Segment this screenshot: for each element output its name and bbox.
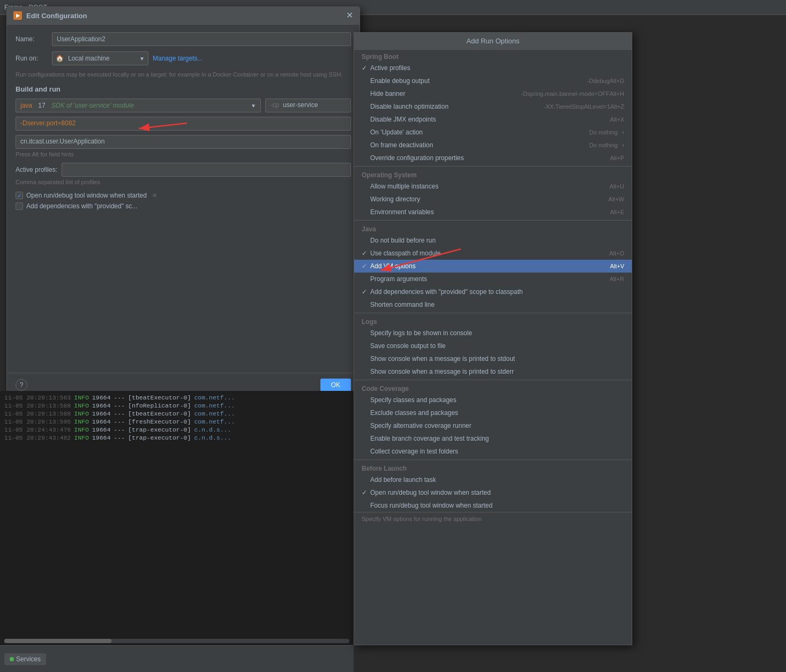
menu-item-on-update[interactable]: On 'Update' action Do nothing › xyxy=(354,126,632,139)
log-line-5: 11-05 20:24:43:476 INFO 19664 --- [trap-… xyxy=(4,426,349,433)
log-class-3: com.netf... xyxy=(194,410,235,417)
menu-item-allow-multiple[interactable]: Allow multiple instances Alt+U xyxy=(354,180,632,193)
divider-1 xyxy=(354,166,632,167)
menu-item-add-deps[interactable]: ✓ Add dependencies with "provided" scope… xyxy=(354,285,632,298)
menu-bottom-hint: Specify VM options for running the appli… xyxy=(354,512,632,525)
vm-options-input[interactable]: -Dserver.port=8082 xyxy=(16,117,351,131)
menu-item-open-run-debug[interactable]: ✓ Open run/debug tool window when starte… xyxy=(354,486,632,499)
run-icon: ▶ xyxy=(13,11,22,20)
collect-coverage-text: Collect coverage in test folders xyxy=(370,448,624,455)
services-tab[interactable]: Services xyxy=(4,653,46,665)
save-console-text: Save console output to file xyxy=(370,342,624,350)
branch-coverage-text: Enable branch coverage and test tracking xyxy=(370,435,624,442)
run-on-dropdown[interactable]: 🏠 Local machine ▼ xyxy=(52,51,148,65)
menu-item-hide-banner[interactable]: Hide banner -Dspring.main.banner-mode=OF… xyxy=(354,87,632,100)
disable-jmx-text: Disable JMX endpoints xyxy=(370,116,610,123)
use-classpath-text: Use classpath of module xyxy=(370,250,609,257)
log-thread-6: [trap-executor-0] xyxy=(128,434,191,441)
menu-item-working-dir[interactable]: Working directory Alt+W xyxy=(354,193,632,206)
menu-item-env-vars[interactable]: Environment variables Alt+E xyxy=(354,206,632,218)
edit-configuration-dialog: ▶ Edit Configuration ✕ Name: Run on: 🏠 L… xyxy=(6,6,360,397)
console-area: 11-05 20:20:13:563 INFO 19664 --- [tbeat… xyxy=(0,391,354,645)
main-class-input[interactable]: cn.itcast.user.UserApplication xyxy=(16,135,351,149)
specify-logs-text: Specify logs to be shown in console xyxy=(370,329,624,337)
log-line-2: 11-05 20:20:13:588 INFO 19664 --- [nfoRe… xyxy=(4,402,349,409)
exclude-classes-text: Exclude classes and packages xyxy=(370,409,624,417)
override-config-text: Override configuration properties xyxy=(370,154,610,162)
menu-item-shorten-cmd[interactable]: Shorten command line xyxy=(354,298,632,311)
log-time-1: 11-05 20:20:13:563 xyxy=(4,394,71,401)
code-coverage-section-label: Code Coverage xyxy=(354,382,632,394)
menu-item-save-console[interactable]: Save console output to file xyxy=(354,339,632,352)
log-thread-2: [nfoReplicator-0] xyxy=(128,402,191,409)
menu-item-disable-launch[interactable]: Disable launch optimization -XX:TieredSt… xyxy=(354,100,632,113)
log-sep-2: --- xyxy=(114,402,125,409)
log-thread-3: [tbeatExecutor-0] xyxy=(128,410,191,417)
log-time-2: 11-05 20:20:13:588 xyxy=(4,402,71,409)
program-args-shortcut: Alt+R xyxy=(610,276,624,282)
menu-item-focus-run-debug[interactable]: Focus run/debug tool window when started xyxy=(354,499,632,512)
log-time-6: 11-05 20:29:43:482 xyxy=(4,434,71,441)
menu-item-specify-classes[interactable]: Specify classes and packages xyxy=(354,394,632,406)
open-run-debug-text: Open run/debug tool window when started xyxy=(370,489,624,496)
menu-item-program-args[interactable]: Program arguments Alt+R xyxy=(354,273,632,285)
use-classpath-shortcut: Alt+O xyxy=(609,250,624,256)
build-run-row: java 17 SDK of 'user-service' module ▼ -… xyxy=(16,99,351,112)
focus-run-debug-text: Focus run/debug tool window when started xyxy=(370,502,624,509)
add-dependencies-checkbox[interactable] xyxy=(16,202,23,210)
console-scrollbar-thumb[interactable] xyxy=(4,639,111,643)
sdk-dropdown[interactable]: java 17 SDK of 'user-service' module ▼ xyxy=(16,99,261,112)
menu-item-show-stdout[interactable]: Show console when a message is printed t… xyxy=(354,352,632,365)
ok-button[interactable]: OK xyxy=(320,379,351,391)
active-profiles-label: Active profiles: xyxy=(16,166,57,173)
menu-item-exclude-classes[interactable]: Exclude classes and packages xyxy=(354,406,632,419)
java-section-label: Java xyxy=(354,222,632,234)
divider-4 xyxy=(354,380,632,380)
profiles-input[interactable] xyxy=(62,163,351,177)
no-build-text: Do not build before run xyxy=(370,237,624,244)
menu-item-branch-coverage[interactable]: Enable branch coverage and test tracking xyxy=(354,432,632,445)
check-icon-open-run-debug: ✓ xyxy=(362,489,370,496)
log-sep-5: --- xyxy=(114,426,125,433)
manage-targets-link[interactable]: Manage targets... xyxy=(153,55,203,62)
name-input[interactable] xyxy=(52,32,351,46)
menu-item-specify-logs[interactable]: Specify logs to be shown in console xyxy=(354,327,632,339)
log-pid-1: 19664 xyxy=(92,394,111,401)
show-stdout-text: Show console when a message is printed t… xyxy=(370,355,624,363)
enable-debug-shortcut: Alt+D xyxy=(610,78,624,84)
log-thread-5: [trap-executor-0] xyxy=(128,426,191,433)
cp-input[interactable]: -cp user-service xyxy=(265,99,351,112)
log-level-1: INFO xyxy=(74,394,89,401)
spring-boot-section-label: Spring Boot xyxy=(354,50,632,62)
console-scrollbar[interactable] xyxy=(4,639,349,643)
disable-launch-sub: -XX:TieredStopAtLevel=1 xyxy=(544,103,610,110)
open-tool-window-close-icon[interactable]: ✕ xyxy=(152,192,157,199)
menu-item-disable-jmx[interactable]: Disable JMX endpoints Alt+X xyxy=(354,113,632,126)
specify-classes-text: Specify classes and packages xyxy=(370,396,624,404)
close-button[interactable]: ✕ xyxy=(346,11,353,20)
menu-item-add-before-launch[interactable]: Add before launch task xyxy=(354,473,632,486)
disable-launch-text: Disable launch optimization xyxy=(370,103,541,110)
add-run-options-dropdown: Add Run Options Spring Boot ✓ Active pro… xyxy=(354,32,632,645)
menu-item-use-classpath[interactable]: ✓ Use classpath of module Alt+O xyxy=(354,247,632,260)
services-bar: Services xyxy=(0,645,354,672)
menu-item-on-frame[interactable]: On frame deactivation Do nothing › xyxy=(354,139,632,152)
menu-item-active-profiles[interactable]: ✓ Active profiles xyxy=(354,62,632,74)
menu-item-show-stderr[interactable]: Show console when a message is printed t… xyxy=(354,365,632,378)
on-frame-text: On frame deactivation xyxy=(370,141,586,149)
services-status-dot xyxy=(10,657,14,661)
menu-item-add-vm[interactable]: ✓ Add VM options Alt+V xyxy=(354,260,632,273)
help-button[interactable]: ? xyxy=(16,379,27,391)
menu-item-enable-debug[interactable]: Enable debug output -Ddebug Alt+D xyxy=(354,74,632,87)
menu-item-collect-coverage[interactable]: Collect coverage in test folders xyxy=(354,445,632,458)
allow-multiple-shortcut: Alt+U xyxy=(610,183,624,190)
alt-runner-text: Specify alternative coverage runner xyxy=(370,422,624,429)
dialog-body: Name: Run on: 🏠 Local machine ▼ Manage t… xyxy=(7,25,360,373)
log-pid-4: 19664 xyxy=(92,418,111,425)
menu-item-alt-runner[interactable]: Specify alternative coverage runner xyxy=(354,419,632,432)
cp-value: user-service xyxy=(283,101,318,109)
menu-item-no-build[interactable]: Do not build before run xyxy=(354,234,632,247)
menu-item-override-config[interactable]: Override configuration properties Alt+P xyxy=(354,152,632,164)
open-tool-window-checkbox[interactable] xyxy=(16,192,23,199)
open-tool-window-row: Open run/debug tool window when started … xyxy=(16,192,351,199)
